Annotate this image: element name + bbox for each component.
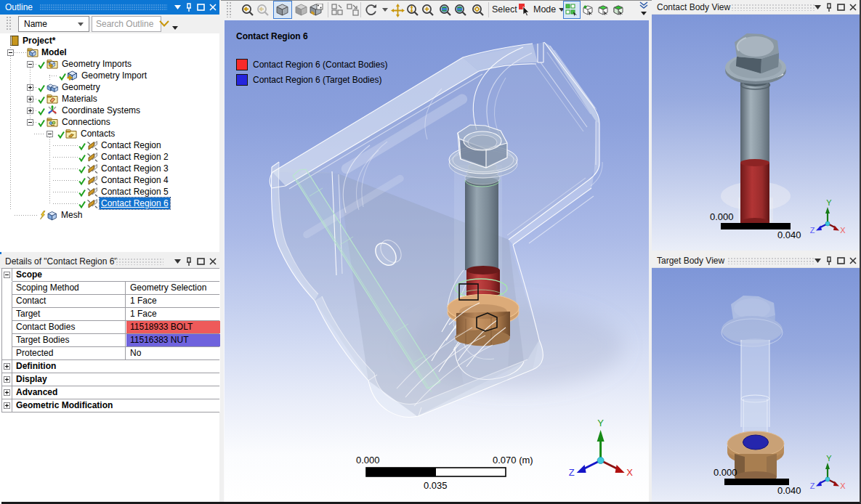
svg-text:Y: Y — [597, 418, 604, 428]
svg-text:0.000: 0.000 — [714, 467, 737, 478]
svg-text:0.000: 0.000 — [710, 211, 734, 222]
svg-text:0.035: 0.035 — [424, 480, 448, 491]
svg-text:0.070 (m): 0.070 (m) — [493, 455, 533, 466]
svg-text:0.040: 0.040 — [777, 485, 801, 496]
svg-text:0.040: 0.040 — [777, 229, 801, 240]
svg-text:X: X — [840, 481, 846, 490]
svg-text:Z: Z — [569, 467, 575, 478]
svg-text:Z: Z — [810, 481, 815, 490]
svg-text:Y: Y — [826, 454, 832, 463]
svg-text:X: X — [626, 467, 633, 478]
svg-text:X: X — [840, 226, 846, 235]
svg-text:Y: Y — [826, 198, 832, 207]
svg-text:Z: Z — [810, 226, 815, 235]
svg-text:0.000: 0.000 — [356, 455, 380, 466]
